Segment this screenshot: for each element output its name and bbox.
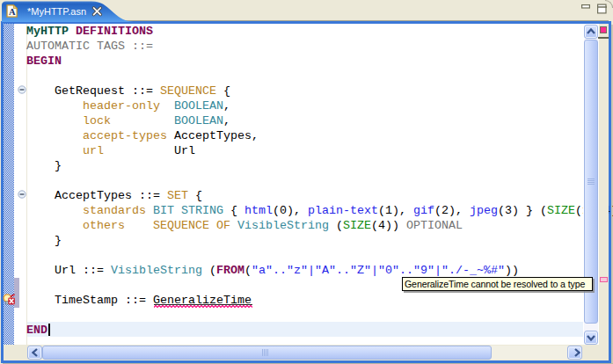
svg-text:A: A [9, 7, 16, 17]
